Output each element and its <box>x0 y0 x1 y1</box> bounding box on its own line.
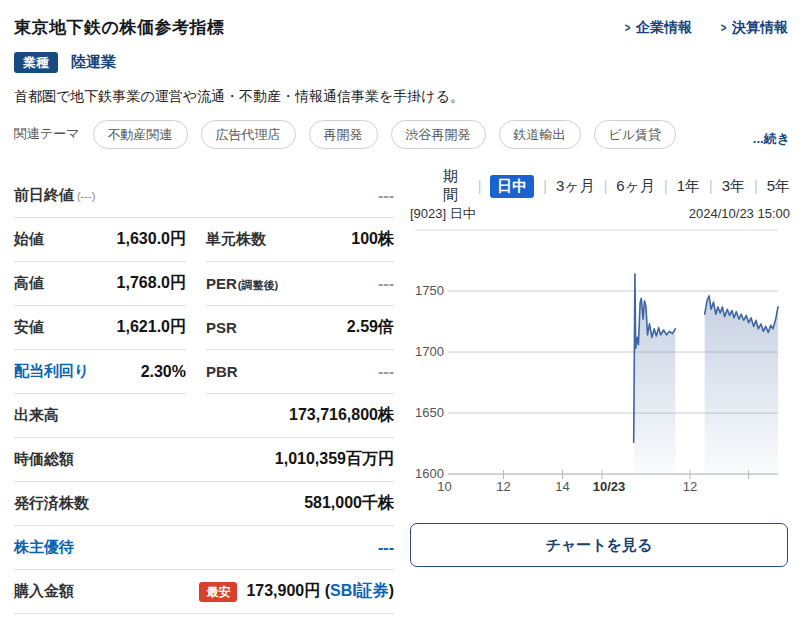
period-tab-1y[interactable]: 1年 <box>677 177 700 196</box>
metric-value: 2.59倍 <box>347 317 394 338</box>
metric-pbr: PBR --- <box>206 350 394 394</box>
company-info-link[interactable]: > 企業情報 <box>624 19 692 37</box>
dividend-yield-link[interactable]: 配当利回り <box>14 362 89 381</box>
metric-value: 173,900円 (SBI証券) <box>246 581 394 602</box>
period-selector: 期間 | 日中 | 3ヶ月 | 6ヶ月 | 1年 | 3年 | 5年 <box>443 174 790 198</box>
period-separator: | <box>478 178 482 194</box>
x-axis-label: 10/23 <box>593 479 626 494</box>
period-tab-6m[interactable]: 6ヶ月 <box>616 177 655 196</box>
period-separator: | <box>543 178 547 194</box>
metric-sublabel: (---) <box>77 190 95 202</box>
purchase-value-group: 最安 173,900円 (SBI証券) <box>199 581 394 602</box>
company-description: 首都圏で地下鉄事業の運営や流通・不動産・情報通信事業を手掛ける。 <box>14 86 788 106</box>
price-area <box>705 296 778 474</box>
period-tab-intraday[interactable]: 日中 <box>490 175 534 198</box>
metric-value: 2.30% <box>141 363 186 381</box>
metric-label: 安値 <box>14 318 44 337</box>
y-axis-label: 1650 <box>415 405 444 420</box>
y-axis-label: 1750 <box>415 283 444 298</box>
industry-row: 業種 陸運業 <box>14 52 788 73</box>
period-tab-5y[interactable]: 5年 <box>767 177 790 196</box>
broker-link[interactable]: SBI証券 <box>330 582 389 599</box>
x-axis-label: 12 <box>496 479 510 494</box>
chevron-right-icon: > <box>625 20 631 35</box>
metric-low: 安値 1,621.0円 <box>14 306 186 350</box>
period-tab-3m[interactable]: 3ヶ月 <box>556 177 595 196</box>
period-separator: | <box>754 178 758 194</box>
metric-value: 173,716,800株 <box>289 405 394 426</box>
chart-timestamp: 2024/10/23 15:00 <box>689 206 790 221</box>
metric-unit-shares: 単元株数 100株 <box>206 218 394 262</box>
metric-dividend-yield: 配当利回り 2.30% <box>14 350 186 394</box>
metric-value: --- <box>378 275 394 293</box>
metric-open: 始値 1,630.0円 <box>14 218 186 262</box>
row-shares-outstanding: 発行済株数 581,000千株 <box>14 482 394 526</box>
theme-pill[interactable]: 不動産関連 <box>93 120 188 149</box>
metric-label: 購入金額 <box>14 582 74 601</box>
cheapest-badge: 最安 <box>199 582 237 602</box>
row-shareholder-benefits: 株主優待 --- <box>14 526 394 570</box>
industry-link[interactable]: 陸運業 <box>71 53 116 72</box>
company-info-label: 企業情報 <box>636 19 692 37</box>
shareholder-benefits-link[interactable]: 株主優待 <box>14 538 74 557</box>
period-separator: | <box>664 178 668 194</box>
period-tab-3y[interactable]: 3年 <box>722 177 745 196</box>
x-axis-label: 12 <box>683 479 697 494</box>
view-chart-button[interactable]: チャートを見る <box>410 523 788 567</box>
row-high-per: 高値 1,768.0円 PER(調整後) --- <box>14 262 394 306</box>
theme-pill[interactable]: ビル賃貸 <box>594 120 677 149</box>
metric-label: 前日終値(---) <box>14 186 95 205</box>
theme-pill[interactable]: 再開発 <box>309 120 378 149</box>
metric-value: --- <box>378 187 394 205</box>
y-axis-label: 1700 <box>415 344 444 359</box>
stock-reference-page: 東京地下鉄の株価参考指標 > 企業情報 > 決算情報 業種 陸運業 首都圏で地下… <box>0 0 802 634</box>
metric-value: 1,621.0円 <box>117 317 186 338</box>
row-prev-close: 前日終値(---) --- <box>14 174 394 218</box>
earnings-info-link[interactable]: > 決算情報 <box>720 19 788 37</box>
intraday-price-chart: 160016501700175010121410/2312 <box>410 225 790 497</box>
metric-purchase-amount: 購入金額 最安 173,900円 (SBI証券) <box>14 570 394 614</box>
row-low-psr: 安値 1,621.0円 PSR 2.59倍 <box>14 306 394 350</box>
row-open-unit: 始値 1,630.0円 単元株数 100株 <box>14 218 394 262</box>
metric-value: 100株 <box>351 229 394 250</box>
row-volume: 出来高 173,716,800株 <box>14 394 394 438</box>
metric-label: 時価総額 <box>14 450 74 469</box>
metric-value: --- <box>378 539 394 557</box>
metric-label: 単元株数 <box>206 230 266 249</box>
metric-label: 高値 <box>14 274 44 293</box>
metric-value: --- <box>378 363 394 381</box>
metric-label: 出来高 <box>14 406 59 425</box>
metric-sublabel: (調整後) <box>238 279 278 291</box>
x-axis-label: 14 <box>555 479 569 494</box>
row-market-cap: 時価総額 1,010,359百万円 <box>14 438 394 482</box>
page-title: 東京地下鉄の株価参考指標 <box>14 16 224 39</box>
metric-psr: PSR 2.59倍 <box>206 306 394 350</box>
metric-shareholder-benefits: 株主優待 --- <box>14 526 394 570</box>
related-themes-row: 関連テーマ 不動産関連 広告代理店 再開発 渋谷再開発 鉄道輸出 ビル賃貸 ..… <box>14 117 802 151</box>
header-links: > 企業情報 > 決算情報 <box>624 16 788 37</box>
metric-value: 1,010,359百万円 <box>275 449 394 470</box>
chevron-right-icon: > <box>721 20 727 35</box>
metric-label: PSR <box>206 319 237 336</box>
industry-badge: 業種 <box>14 52 58 73</box>
metric-shares-outstanding: 発行済株数 581,000千株 <box>14 482 394 526</box>
metric-prev-close: 前日終値(---) --- <box>14 174 394 218</box>
theme-pill[interactable]: 鉄道輸出 <box>499 120 581 149</box>
x-axis-label: 10 <box>437 479 451 494</box>
period-separator: | <box>604 178 608 194</box>
metric-volume: 出来高 173,716,800株 <box>14 394 394 438</box>
metric-value: 1,630.0円 <box>117 229 186 250</box>
chart-panel: 期間 | 日中 | 3ヶ月 | 6ヶ月 | 1年 | 3年 | 5年 [9023… <box>410 174 790 567</box>
chart-meta: [9023] 日中 2024/10/23 15:00 <box>410 205 790 223</box>
metric-label: PBR <box>206 363 238 380</box>
metric-label: PER(調整後) <box>206 275 278 293</box>
theme-pill[interactable]: 広告代理店 <box>201 120 296 149</box>
period-separator: | <box>709 178 713 194</box>
stock-metrics-table: 前日終値(---) --- 始値 1,630.0円 単元株数 100株 高値 1… <box>14 174 394 614</box>
chart-code-label: [9023] 日中 <box>410 205 476 223</box>
metric-value: 1,768.0円 <box>117 273 186 294</box>
themes-label: 関連テーマ <box>14 125 80 143</box>
theme-pill[interactable]: 渋谷再開発 <box>391 120 486 149</box>
metric-label: 始値 <box>14 230 44 249</box>
themes-more-link[interactable]: ...続き <box>753 130 790 148</box>
